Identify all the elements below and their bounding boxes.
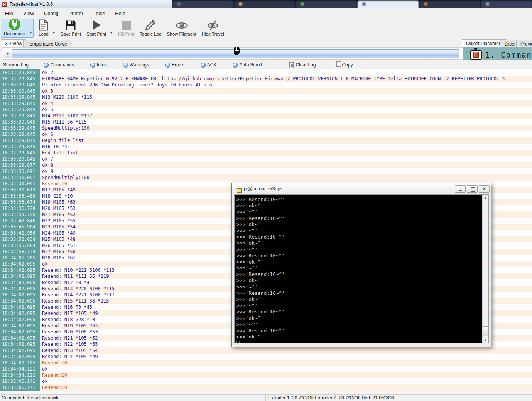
command-panel: 1. Command	[463, 47, 532, 60]
log-timestamp: 18:34:02.095	[0, 292, 40, 298]
menu-config[interactable]: Config	[39, 9, 64, 18]
log-message: Resend: N14 M221 S100 *117	[40, 292, 115, 298]
title-bar[interactable]: R Repetier-Host V1.0.6	[0, 0, 172, 8]
menu-file[interactable]: File	[0, 9, 18, 18]
tab-3d-view[interactable]: 3D View	[1, 39, 26, 47]
save-print-button[interactable]: Save Print	[58, 19, 84, 38]
log-row: 18:35:06.141ok	[0, 378, 532, 384]
toggle-infos[interactable]: Infos	[86, 62, 111, 68]
terminal-scrollbar[interactable]: ▲ ▼	[482, 195, 488, 343]
log-timestamp: 18:33:29.845	[0, 94, 40, 100]
log-timestamp: 18:34:02.095	[0, 341, 40, 347]
toggle-auto-scroll[interactable]: Auto Scroll	[229, 62, 265, 68]
copy-button[interactable]: Copy	[331, 62, 356, 68]
log-row: 18:34:34.121ok	[0, 366, 532, 372]
collapse-panel-button[interactable]: ▶	[4, 49, 11, 58]
menu-view[interactable]: View	[18, 9, 39, 18]
log-timestamp: 18:33:29.845	[0, 113, 40, 119]
log-message: N24 M105 *49	[40, 230, 76, 236]
terminal-title-bar[interactable]: pi@octopi: ~/3dps	[232, 183, 491, 194]
log-timestamp: 18:33:29.845	[0, 125, 40, 131]
toggle-errors[interactable]: Errors	[161, 62, 188, 68]
log-timestamp: 18:33:29.845	[0, 144, 40, 150]
load-label: Load	[39, 32, 49, 36]
log-row: 18:33:29.845N14 M221 S100 *117	[0, 113, 532, 119]
terminal-line: >>>'~^'	[236, 284, 482, 290]
minimize-button[interactable]	[455, 185, 466, 193]
show-filament-button[interactable]: Show Filament	[164, 19, 199, 38]
log-timestamp: 18:33:45.904	[0, 224, 40, 230]
terminal-title: pi@octopi: ~/3dps	[244, 186, 455, 191]
log-row: 18:33:29.845ok 3	[0, 88, 532, 94]
eye-icon	[175, 20, 188, 31]
log-message: N13 M220 S100 *115	[40, 94, 92, 100]
log-message: ok	[40, 261, 47, 267]
menu-printer[interactable]: Printer	[63, 9, 88, 18]
terminal-content-frame: >>>'Resend:10~^'>>>'ok~^'>>>'~^'>>>'Rese…	[234, 194, 489, 343]
scroll-up-arrow-icon[interactable]: ▲	[483, 196, 488, 200]
terminal-lines: >>>'Resend:10~^'>>>'ok~^'>>>'~^'>>>'Rese…	[236, 196, 482, 340]
tab-preview[interactable]: Preview	[516, 40, 532, 47]
tab-temperature-curve[interactable]: Temperature Curve	[23, 40, 71, 47]
hide-travel-label: Hide Travel	[202, 32, 224, 36]
log-timestamp: 18:34:02.105	[0, 360, 40, 366]
log-row: 18:35:06.141Resend:10	[0, 384, 532, 391]
toggle-circle-icon	[123, 63, 128, 68]
log-timestamp: 18:33:42.846	[0, 218, 40, 224]
toggle-warnings[interactable]: Warnings	[119, 62, 153, 68]
log-row: 18:33:29.845End file list	[0, 150, 532, 156]
log-message: SpeedMultiply:100	[40, 125, 90, 131]
log-message: ok 4	[40, 100, 53, 107]
log-message: N18 G28 *10	[40, 193, 73, 199]
log-timestamp: 18:34:02.095	[0, 273, 40, 279]
terminal-line: >>>'~^'	[236, 303, 482, 309]
clear-log-button[interactable]: Clear Log	[285, 62, 319, 68]
close-button[interactable]	[479, 185, 490, 193]
toggle-circle-icon	[233, 63, 238, 68]
log-timestamp: 18:34:02.095	[0, 261, 40, 267]
terminal-line: >>>'ok~^'	[236, 240, 482, 246]
log-timestamp: 18:34:02.095	[0, 354, 40, 360]
disconnect-dropdown-arrow-icon[interactable]: ▾	[29, 19, 33, 37]
log-message: ok 9	[40, 168, 53, 174]
start-print-button[interactable]: Start Print	[84, 19, 109, 38]
log-row: 18:33:30.091ok 9	[0, 168, 532, 174]
repetier-host-window: R Repetier-Host V1.0.6 File View Config …	[0, 0, 532, 401]
load-button[interactable]: Load	[36, 19, 51, 38]
log-message: ok 8	[40, 162, 53, 168]
log-message: Resend: N13 M220 S100 *115	[40, 286, 115, 292]
scroll-down-arrow-icon[interactable]: ▼	[483, 338, 488, 342]
scrollbar-thumb[interactable]	[483, 326, 488, 336]
command-step-heading: 1. Command	[485, 50, 532, 59]
show-in-log-label: Show in Log:	[0, 62, 40, 68]
log-row: 18:33:29.845ok 2	[0, 69, 532, 76]
terminal-line: >>>'~^'	[236, 247, 482, 253]
log-message: N25 M105 *48	[40, 236, 76, 242]
terminal-screen[interactable]: >>>'Resend:10~^'>>>'ok~^'>>>'~^'>>>'Rese…	[235, 195, 482, 343]
log-timestamp: 18:33:29.845	[0, 82, 40, 88]
toggle-commands[interactable]: Commands	[40, 62, 78, 68]
log-row: 18:33:29.845Begin file list	[0, 137, 532, 144]
floppy-disk-icon	[65, 20, 76, 31]
kill-print-button: Kill Print	[115, 19, 137, 38]
disconnect-button[interactable]: Disconnect	[1, 19, 29, 37]
putty-terminal-window[interactable]: pi@octopi: ~/3dps >>>'Resend:10~^'>>>'ok…	[231, 183, 491, 347]
menu-help[interactable]: Help	[110, 9, 130, 18]
save-print-label: Save Print	[61, 32, 81, 36]
toggle-ack[interactable]: ACK	[197, 62, 221, 68]
start-print-dropdown-arrow-icon[interactable]: ▾	[109, 19, 114, 38]
maximize-button[interactable]	[467, 185, 478, 193]
menu-bar: File View Config Printer Tools Help	[0, 8, 532, 18]
sliver-panel: ▶	[3, 47, 459, 60]
log-timestamp: 18:33:36.728	[0, 205, 40, 211]
log-message: N28 M105 *61	[40, 255, 76, 261]
hide-travel-button[interactable]: Hide Travel	[199, 19, 227, 38]
log-timestamp: 18:33:33.468	[0, 193, 40, 199]
toggle-log-button[interactable]: Toggle Log	[137, 19, 164, 38]
terminal-line: >>>'ok~^'	[236, 222, 482, 228]
repetier-app-icon: R	[2, 2, 7, 7]
status-bar: Connected: Kossel mini wifi Extruder 1: …	[0, 394, 532, 401]
log-message: Resend: N23 M105 *54	[40, 347, 98, 354]
menu-tools[interactable]: Tools	[88, 9, 110, 18]
load-dropdown-arrow-icon[interactable]: ▾	[51, 19, 56, 38]
